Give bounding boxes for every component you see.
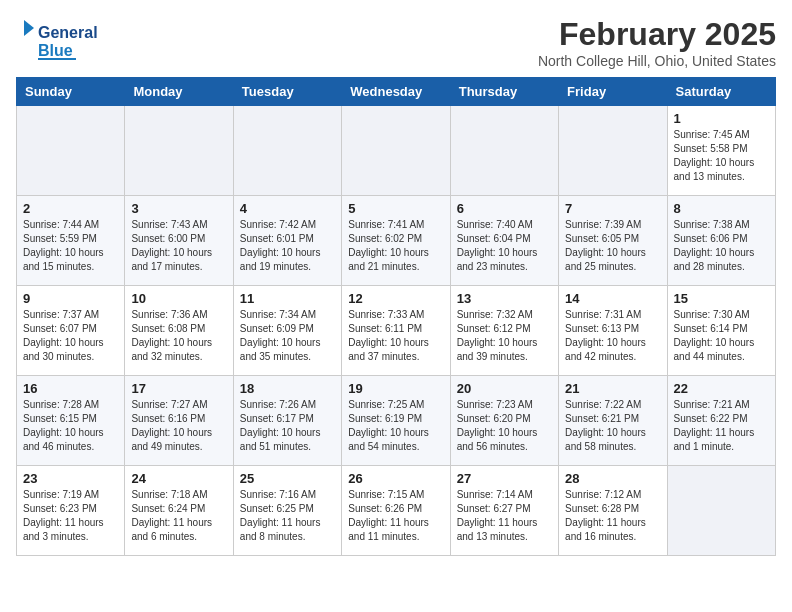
day-number: 25 [240,471,335,486]
day-number: 8 [674,201,769,216]
calendar-cell: 16Sunrise: 7:28 AM Sunset: 6:15 PM Dayli… [17,376,125,466]
day-info: Sunrise: 7:21 AM Sunset: 6:22 PM Dayligh… [674,398,769,454]
day-info: Sunrise: 7:14 AM Sunset: 6:27 PM Dayligh… [457,488,552,544]
day-number: 10 [131,291,226,306]
svg-marker-1 [24,20,34,36]
day-info: Sunrise: 7:23 AM Sunset: 6:20 PM Dayligh… [457,398,552,454]
calendar-week-row: 9Sunrise: 7:37 AM Sunset: 6:07 PM Daylig… [17,286,776,376]
weekday-header-row: SundayMondayTuesdayWednesdayThursdayFrid… [17,78,776,106]
weekday-header-thursday: Thursday [450,78,558,106]
calendar-cell: 22Sunrise: 7:21 AM Sunset: 6:22 PM Dayli… [667,376,775,466]
svg-text:General: General [38,24,98,41]
day-info: Sunrise: 7:27 AM Sunset: 6:16 PM Dayligh… [131,398,226,454]
calendar-cell [667,466,775,556]
day-info: Sunrise: 7:38 AM Sunset: 6:06 PM Dayligh… [674,218,769,274]
calendar-cell: 4Sunrise: 7:42 AM Sunset: 6:01 PM Daylig… [233,196,341,286]
calendar-cell: 20Sunrise: 7:23 AM Sunset: 6:20 PM Dayli… [450,376,558,466]
day-number: 20 [457,381,552,396]
month-title: February 2025 [538,16,776,53]
weekday-header-saturday: Saturday [667,78,775,106]
day-info: Sunrise: 7:39 AM Sunset: 6:05 PM Dayligh… [565,218,660,274]
day-number: 5 [348,201,443,216]
calendar-cell: 15Sunrise: 7:30 AM Sunset: 6:14 PM Dayli… [667,286,775,376]
day-number: 3 [131,201,226,216]
calendar-cell: 24Sunrise: 7:18 AM Sunset: 6:24 PM Dayli… [125,466,233,556]
day-number: 26 [348,471,443,486]
calendar-table: SundayMondayTuesdayWednesdayThursdayFrid… [16,77,776,556]
weekday-header-tuesday: Tuesday [233,78,341,106]
day-info: Sunrise: 7:40 AM Sunset: 6:04 PM Dayligh… [457,218,552,274]
day-info: Sunrise: 7:31 AM Sunset: 6:13 PM Dayligh… [565,308,660,364]
day-number: 12 [348,291,443,306]
day-info: Sunrise: 7:28 AM Sunset: 6:15 PM Dayligh… [23,398,118,454]
day-info: Sunrise: 7:43 AM Sunset: 6:00 PM Dayligh… [131,218,226,274]
calendar-week-row: 2Sunrise: 7:44 AM Sunset: 5:59 PM Daylig… [17,196,776,286]
day-info: Sunrise: 7:26 AM Sunset: 6:17 PM Dayligh… [240,398,335,454]
weekday-header-monday: Monday [125,78,233,106]
calendar-cell: 19Sunrise: 7:25 AM Sunset: 6:19 PM Dayli… [342,376,450,466]
calendar-cell [342,106,450,196]
calendar-cell: 14Sunrise: 7:31 AM Sunset: 6:13 PM Dayli… [559,286,667,376]
day-info: Sunrise: 7:15 AM Sunset: 6:26 PM Dayligh… [348,488,443,544]
day-info: Sunrise: 7:45 AM Sunset: 5:58 PM Dayligh… [674,128,769,184]
calendar-week-row: 1Sunrise: 7:45 AM Sunset: 5:58 PM Daylig… [17,106,776,196]
calendar-cell: 3Sunrise: 7:43 AM Sunset: 6:00 PM Daylig… [125,196,233,286]
calendar-cell: 2Sunrise: 7:44 AM Sunset: 5:59 PM Daylig… [17,196,125,286]
day-number: 18 [240,381,335,396]
day-info: Sunrise: 7:16 AM Sunset: 6:25 PM Dayligh… [240,488,335,544]
calendar-cell: 12Sunrise: 7:33 AM Sunset: 6:11 PM Dayli… [342,286,450,376]
day-number: 2 [23,201,118,216]
day-info: Sunrise: 7:18 AM Sunset: 6:24 PM Dayligh… [131,488,226,544]
title-area: February 2025 North College Hill, Ohio, … [538,16,776,69]
calendar-cell: 17Sunrise: 7:27 AM Sunset: 6:16 PM Dayli… [125,376,233,466]
calendar-cell: 7Sunrise: 7:39 AM Sunset: 6:05 PM Daylig… [559,196,667,286]
day-number: 9 [23,291,118,306]
day-number: 23 [23,471,118,486]
day-number: 24 [131,471,226,486]
logo-svg: General Blue [16,16,116,68]
calendar-cell [233,106,341,196]
calendar-cell: 1Sunrise: 7:45 AM Sunset: 5:58 PM Daylig… [667,106,775,196]
calendar-cell: 5Sunrise: 7:41 AM Sunset: 6:02 PM Daylig… [342,196,450,286]
day-number: 1 [674,111,769,126]
calendar-week-row: 16Sunrise: 7:28 AM Sunset: 6:15 PM Dayli… [17,376,776,466]
calendar-cell: 10Sunrise: 7:36 AM Sunset: 6:08 PM Dayli… [125,286,233,376]
calendar-cell [559,106,667,196]
day-number: 7 [565,201,660,216]
day-number: 15 [674,291,769,306]
calendar-cell: 26Sunrise: 7:15 AM Sunset: 6:26 PM Dayli… [342,466,450,556]
day-info: Sunrise: 7:41 AM Sunset: 6:02 PM Dayligh… [348,218,443,274]
weekday-header-sunday: Sunday [17,78,125,106]
day-info: Sunrise: 7:37 AM Sunset: 6:07 PM Dayligh… [23,308,118,364]
calendar-cell [450,106,558,196]
day-info: Sunrise: 7:30 AM Sunset: 6:14 PM Dayligh… [674,308,769,364]
day-info: Sunrise: 7:32 AM Sunset: 6:12 PM Dayligh… [457,308,552,364]
day-number: 28 [565,471,660,486]
calendar-cell: 25Sunrise: 7:16 AM Sunset: 6:25 PM Dayli… [233,466,341,556]
weekday-header-friday: Friday [559,78,667,106]
calendar-cell: 18Sunrise: 7:26 AM Sunset: 6:17 PM Dayli… [233,376,341,466]
calendar-cell [17,106,125,196]
calendar-week-row: 23Sunrise: 7:19 AM Sunset: 6:23 PM Dayli… [17,466,776,556]
weekday-header-wednesday: Wednesday [342,78,450,106]
day-info: Sunrise: 7:33 AM Sunset: 6:11 PM Dayligh… [348,308,443,364]
day-info: Sunrise: 7:44 AM Sunset: 5:59 PM Dayligh… [23,218,118,274]
svg-text:Blue: Blue [38,42,73,59]
day-info: Sunrise: 7:36 AM Sunset: 6:08 PM Dayligh… [131,308,226,364]
page-header: General Blue February 2025 North College… [16,16,776,69]
day-number: 22 [674,381,769,396]
day-number: 4 [240,201,335,216]
day-info: Sunrise: 7:34 AM Sunset: 6:09 PM Dayligh… [240,308,335,364]
calendar-cell: 28Sunrise: 7:12 AM Sunset: 6:28 PM Dayli… [559,466,667,556]
day-number: 27 [457,471,552,486]
calendar-cell: 9Sunrise: 7:37 AM Sunset: 6:07 PM Daylig… [17,286,125,376]
day-number: 14 [565,291,660,306]
day-number: 11 [240,291,335,306]
day-info: Sunrise: 7:19 AM Sunset: 6:23 PM Dayligh… [23,488,118,544]
calendar-cell: 11Sunrise: 7:34 AM Sunset: 6:09 PM Dayli… [233,286,341,376]
calendar-cell: 27Sunrise: 7:14 AM Sunset: 6:27 PM Dayli… [450,466,558,556]
calendar-cell: 23Sunrise: 7:19 AM Sunset: 6:23 PM Dayli… [17,466,125,556]
day-info: Sunrise: 7:12 AM Sunset: 6:28 PM Dayligh… [565,488,660,544]
day-number: 19 [348,381,443,396]
day-number: 17 [131,381,226,396]
